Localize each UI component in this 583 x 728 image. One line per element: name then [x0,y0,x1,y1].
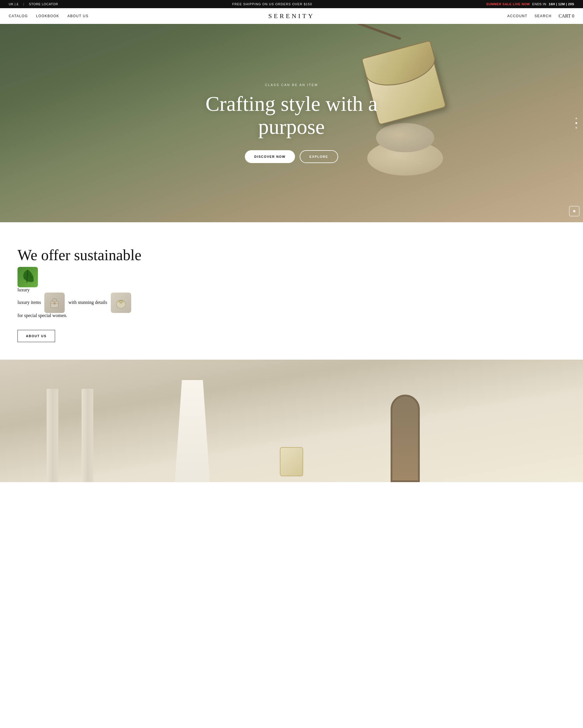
bag2-decoration [111,292,131,313]
bag-bottom-decoration [280,447,303,476]
slider-dot-1[interactable] [576,118,577,119]
bottom-hero-section [0,360,583,482]
slider-dot-2[interactable] [576,122,577,124]
separator: | [23,2,24,6]
hero-title: Crafting style with a purpose [190,93,393,138]
about-women: women. [53,313,67,318]
about-special-text: special [38,313,51,318]
about-luxury: luxury [18,287,30,292]
dress-decoration [175,380,210,482]
timer-label: ENDS IN [532,2,546,6]
leaf-icon [20,268,35,286]
cart-label: CART [558,14,571,19]
nav-lookbook[interactable]: LOOKBOOK [36,14,59,18]
leaf-decoration [18,267,38,287]
hero-eyebrow: CLASS CAN BE AN ITEM [190,83,393,87]
nav-account[interactable]: ACCOUNT [507,14,527,18]
column-left-1 [47,389,58,482]
about-content: We offer sustainable luxury luxury items [0,222,262,360]
nav-cart[interactable]: CART 0 [558,14,574,19]
announcement-left: UK | £ | STORE LOCATOR [9,2,58,6]
nav-catalog[interactable]: CATALOG [9,14,28,18]
hero-content: CLASS CAN BE AN ITEM Crafting style with… [184,83,399,163]
column-left-2 [82,389,93,482]
announcement-bar: UK | £ | STORE LOCATOR FREE SHIPPING ON … [0,0,583,8]
mirror-decoration [391,395,420,482]
about-us-button[interactable]: ABOUT US [18,330,55,342]
inline-bag2-image [111,292,131,313]
nav-right: ACCOUNT SEARCH CART 0 [507,14,574,19]
brand-logo[interactable]: SERENITY [268,12,314,20]
main-navbar: CATALOG LOOKBOOK ABOUT US SERENITY ACCOU… [0,8,583,24]
svg-point-5 [120,301,121,303]
currency-selector[interactable]: UK | £ [9,2,19,6]
bag1-decoration [44,292,65,313]
explore-button[interactable]: EXPLORE [300,150,338,163]
discover-now-button[interactable]: DISCOVER NOW [245,150,295,163]
slider-dot-3[interactable] [576,127,577,129]
nav-center: SERENITY [268,12,314,20]
store-locator-link[interactable]: STORE LOCATOR [29,2,58,6]
sale-badge[interactable]: SUMMER SALE LIVE NOW [486,2,530,6]
about-line1: We offer sustainable [18,247,141,263]
about-special: special [24,313,37,318]
about-items: luxury items [18,300,41,305]
nav-search[interactable]: SEARCH [535,14,552,18]
about-text: We offer sustainable [18,245,245,267]
svg-rect-2 [54,303,55,304]
bag2-icon [114,295,128,310]
svg-rect-0 [51,301,58,308]
slider-box-icon [573,210,576,212]
nav-left: CATALOG LOOKBOOK ABOUT US [9,14,89,18]
cart-count: 0 [572,14,574,19]
inline-leaf-image [147,246,168,267]
slider-dots [576,118,577,129]
hero-buttons: DISCOVER NOW EXPLORE [190,150,393,163]
about-for: for [18,313,23,318]
shipping-text: FREE SHIPPING ON US ORDERS OVER $150 [232,2,312,6]
inline-bag1-image [44,292,65,313]
hero-section: CLASS CAN BE AN ITEM Crafting style with… [0,24,583,222]
bag1-icon [47,295,62,310]
announcement-right: SUMMER SALE LIVE NOW ENDS IN 16H | 12M |… [486,2,574,6]
about-with-stunning: with stunning details [68,300,107,305]
nav-about[interactable]: ABOUT US [67,14,89,18]
slider-expand-button[interactable] [569,206,580,216]
about-intro-section: We offer sustainable luxury luxury items [0,222,583,360]
bottom-hero-visual [0,360,583,482]
countdown-timer: 16H | 12M | 20S [549,2,574,6]
announcement-center: FREE SHIPPING ON US ORDERS OVER $150 [232,2,312,6]
